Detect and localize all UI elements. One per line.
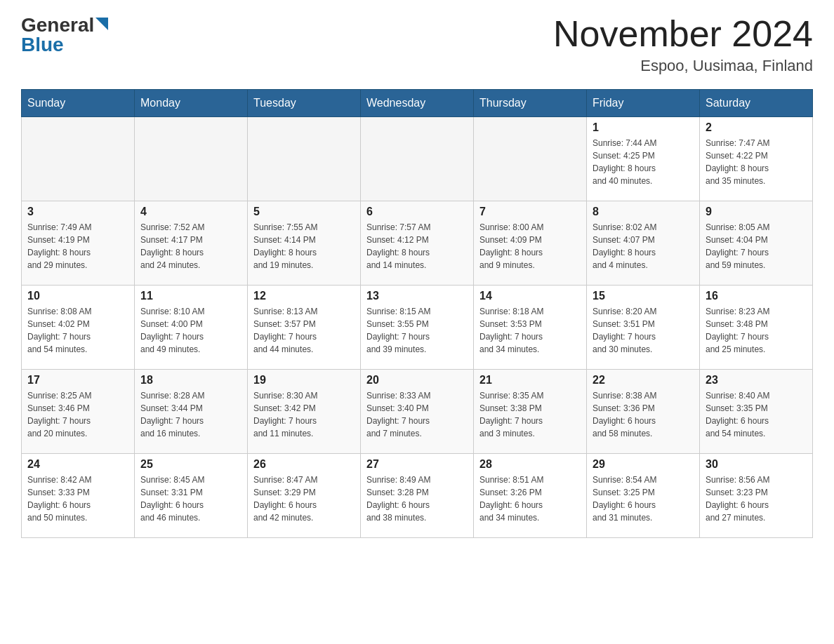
day-number: 12	[253, 290, 355, 302]
day-number: 21	[479, 374, 581, 387]
calendar-cell: 9Sunrise: 8:05 AM Sunset: 4:04 PM Daylig…	[700, 201, 813, 286]
day-number: 4	[140, 206, 241, 218]
day-info: Sunrise: 8:08 AM Sunset: 4:02 PM Dayligh…	[27, 305, 128, 356]
calendar-cell: 5Sunrise: 7:55 AM Sunset: 4:14 PM Daylig…	[248, 201, 361, 286]
day-info: Sunrise: 7:57 AM Sunset: 4:12 PM Dayligh…	[366, 221, 468, 271]
day-number: 19	[253, 374, 355, 387]
calendar-cell: 6Sunrise: 7:57 AM Sunset: 4:12 PM Daylig…	[361, 201, 474, 286]
calendar-header-row: SundayMondayTuesdayWednesdayThursdayFrid…	[22, 90, 813, 117]
day-info: Sunrise: 7:52 AM Sunset: 4:17 PM Dayligh…	[140, 221, 241, 271]
day-number: 8	[593, 206, 694, 218]
calendar-cell: 22Sunrise: 8:38 AM Sunset: 3:36 PM Dayli…	[587, 370, 700, 454]
day-number: 2	[706, 121, 807, 134]
calendar-cell: 7Sunrise: 8:00 AM Sunset: 4:09 PM Daylig…	[474, 201, 587, 286]
day-number: 17	[27, 374, 128, 387]
svg-marker-0	[95, 18, 108, 30]
day-info: Sunrise: 8:45 AM Sunset: 3:31 PM Dayligh…	[140, 474, 241, 524]
day-number: 26	[253, 458, 355, 471]
calendar-cell: 30Sunrise: 8:56 AM Sunset: 3:23 PM Dayli…	[700, 454, 813, 538]
calendar-cell: 12Sunrise: 8:13 AM Sunset: 3:57 PM Dayli…	[248, 286, 361, 370]
calendar-cell: 17Sunrise: 8:25 AM Sunset: 3:46 PM Dayli…	[22, 370, 135, 454]
day-number: 22	[593, 374, 694, 387]
day-number: 14	[479, 290, 581, 302]
day-info: Sunrise: 8:28 AM Sunset: 3:44 PM Dayligh…	[140, 389, 241, 440]
day-number: 13	[366, 290, 468, 302]
day-info: Sunrise: 8:15 AM Sunset: 3:55 PM Dayligh…	[366, 305, 468, 356]
day-info: Sunrise: 8:02 AM Sunset: 4:07 PM Dayligh…	[593, 221, 694, 271]
day-number: 23	[706, 374, 807, 387]
day-info: Sunrise: 8:35 AM Sunset: 3:38 PM Dayligh…	[479, 389, 581, 440]
page-header: General Blue November 2024 Espoo, Uusima…	[21, 14, 813, 75]
day-info: Sunrise: 8:20 AM Sunset: 3:51 PM Dayligh…	[593, 305, 694, 356]
calendar-header-sunday: Sunday	[22, 90, 135, 117]
calendar-cell: 21Sunrise: 8:35 AM Sunset: 3:38 PM Dayli…	[474, 370, 587, 454]
calendar-cell: 18Sunrise: 8:28 AM Sunset: 3:44 PM Dayli…	[135, 370, 248, 454]
calendar-cell: 25Sunrise: 8:45 AM Sunset: 3:31 PM Dayli…	[135, 454, 248, 538]
calendar-cell: 19Sunrise: 8:30 AM Sunset: 3:42 PM Dayli…	[248, 370, 361, 454]
logo-triangle-icon	[95, 18, 108, 30]
calendar-cell: 24Sunrise: 8:42 AM Sunset: 3:33 PM Dayli…	[22, 454, 135, 538]
day-info: Sunrise: 7:49 AM Sunset: 4:19 PM Dayligh…	[27, 221, 128, 271]
day-info: Sunrise: 8:47 AM Sunset: 3:29 PM Dayligh…	[253, 474, 355, 524]
day-number: 24	[27, 458, 128, 471]
calendar-cell: 11Sunrise: 8:10 AM Sunset: 4:00 PM Dayli…	[135, 286, 248, 370]
day-number: 27	[366, 458, 468, 471]
day-info: Sunrise: 8:23 AM Sunset: 3:48 PM Dayligh…	[706, 305, 807, 356]
calendar-cell: 16Sunrise: 8:23 AM Sunset: 3:48 PM Dayli…	[700, 286, 813, 370]
day-info: Sunrise: 8:33 AM Sunset: 3:40 PM Dayligh…	[366, 389, 468, 440]
calendar-cell: 1Sunrise: 7:44 AM Sunset: 4:25 PM Daylig…	[587, 117, 700, 201]
day-info: Sunrise: 8:56 AM Sunset: 3:23 PM Dayligh…	[706, 474, 807, 524]
calendar-header-tuesday: Tuesday	[248, 90, 361, 117]
day-number: 1	[593, 121, 694, 134]
day-info: Sunrise: 8:38 AM Sunset: 3:36 PM Dayligh…	[593, 389, 694, 440]
day-number: 7	[479, 206, 581, 218]
day-number: 11	[140, 290, 241, 302]
day-info: Sunrise: 8:13 AM Sunset: 3:57 PM Dayligh…	[253, 305, 355, 356]
day-info: Sunrise: 8:54 AM Sunset: 3:25 PM Dayligh…	[593, 474, 694, 524]
calendar-week-row: 3Sunrise: 7:49 AM Sunset: 4:19 PM Daylig…	[22, 201, 813, 286]
calendar-cell: 27Sunrise: 8:49 AM Sunset: 3:28 PM Dayli…	[361, 454, 474, 538]
day-info: Sunrise: 7:55 AM Sunset: 4:14 PM Dayligh…	[253, 221, 355, 271]
calendar-cell: 10Sunrise: 8:08 AM Sunset: 4:02 PM Dayli…	[22, 286, 135, 370]
day-number: 9	[706, 206, 807, 218]
day-info: Sunrise: 8:42 AM Sunset: 3:33 PM Dayligh…	[27, 474, 128, 524]
month-title: November 2024	[553, 14, 813, 54]
calendar-cell: 3Sunrise: 7:49 AM Sunset: 4:19 PM Daylig…	[22, 201, 135, 286]
calendar-cell: 23Sunrise: 8:40 AM Sunset: 3:35 PM Dayli…	[700, 370, 813, 454]
calendar-week-row: 17Sunrise: 8:25 AM Sunset: 3:46 PM Dayli…	[22, 370, 813, 454]
calendar-cell: 13Sunrise: 8:15 AM Sunset: 3:55 PM Dayli…	[361, 286, 474, 370]
calendar-cell: 29Sunrise: 8:54 AM Sunset: 3:25 PM Dayli…	[587, 454, 700, 538]
calendar-header-thursday: Thursday	[474, 90, 587, 117]
calendar-cell: 8Sunrise: 8:02 AM Sunset: 4:07 PM Daylig…	[587, 201, 700, 286]
location: Espoo, Uusimaa, Finland	[553, 57, 813, 75]
calendar-cell: 2Sunrise: 7:47 AM Sunset: 4:22 PM Daylig…	[700, 117, 813, 201]
logo: General Blue	[21, 14, 108, 56]
calendar-week-row: 24Sunrise: 8:42 AM Sunset: 3:33 PM Dayli…	[22, 454, 813, 538]
calendar-week-row: 10Sunrise: 8:08 AM Sunset: 4:02 PM Dayli…	[22, 286, 813, 370]
day-number: 20	[366, 374, 468, 387]
day-number: 29	[593, 458, 694, 471]
calendar-header-friday: Friday	[587, 90, 700, 117]
calendar-cell	[22, 117, 135, 201]
day-number: 16	[706, 290, 807, 302]
day-info: Sunrise: 8:49 AM Sunset: 3:28 PM Dayligh…	[366, 474, 468, 524]
calendar-cell	[248, 117, 361, 201]
day-number: 10	[27, 290, 128, 302]
calendar-cell: 20Sunrise: 8:33 AM Sunset: 3:40 PM Dayli…	[361, 370, 474, 454]
day-info: Sunrise: 8:10 AM Sunset: 4:00 PM Dayligh…	[140, 305, 241, 356]
day-number: 18	[140, 374, 241, 387]
calendar-cell: 14Sunrise: 8:18 AM Sunset: 3:53 PM Dayli…	[474, 286, 587, 370]
calendar-cell: 4Sunrise: 7:52 AM Sunset: 4:17 PM Daylig…	[135, 201, 248, 286]
calendar-table: SundayMondayTuesdayWednesdayThursdayFrid…	[21, 89, 813, 538]
day-info: Sunrise: 8:40 AM Sunset: 3:35 PM Dayligh…	[706, 389, 807, 440]
calendar-cell: 15Sunrise: 8:20 AM Sunset: 3:51 PM Dayli…	[587, 286, 700, 370]
day-number: 3	[27, 206, 128, 218]
calendar-cell: 28Sunrise: 8:51 AM Sunset: 3:26 PM Dayli…	[474, 454, 587, 538]
calendar-header-saturday: Saturday	[700, 90, 813, 117]
day-number: 6	[366, 206, 468, 218]
calendar-cell	[135, 117, 248, 201]
day-number: 15	[593, 290, 694, 302]
calendar-cell	[361, 117, 474, 201]
day-info: Sunrise: 8:51 AM Sunset: 3:26 PM Dayligh…	[479, 474, 581, 524]
calendar-header-wednesday: Wednesday	[361, 90, 474, 117]
